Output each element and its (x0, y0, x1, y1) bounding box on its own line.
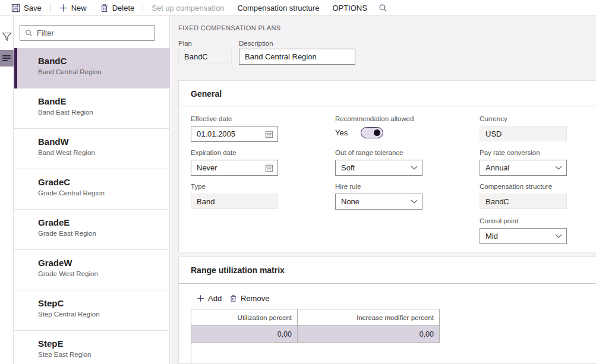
column-header-label: Increase modifier percent (357, 314, 434, 321)
save-label: Save (24, 4, 42, 12)
effective-date-value: 01.01.2005 (197, 129, 235, 138)
search-button[interactable] (374, 0, 392, 15)
plan-description: Grade Central Region (38, 189, 170, 197)
command-bar: Save New Delete Set up compensatio (0, 0, 596, 16)
hire-rule-value: None (341, 197, 360, 206)
compensation-structure-button[interactable]: Compensation structure (231, 0, 326, 15)
plus-icon (59, 4, 68, 12)
filter-search-icon (25, 29, 33, 37)
filter-input[interactable] (37, 29, 144, 37)
plan-id: GradeC (38, 177, 170, 187)
toggle-state-label: Yes (335, 128, 348, 137)
list-item-bande[interactable]: BandE Band East Region (14, 88, 170, 129)
out-of-range-tolerance-label: Out of range tolerance (335, 149, 403, 156)
list-item-gradec[interactable]: GradeC Grade Central Region (14, 169, 170, 210)
plan-id: GradeW (38, 258, 170, 268)
new-button[interactable]: New (52, 0, 93, 15)
description-input[interactable] (245, 52, 349, 61)
trash-icon (229, 295, 237, 302)
out-of-range-tolerance-select[interactable]: Soft (335, 160, 422, 176)
side-action-strip (0, 16, 14, 364)
plan-description: Band Central Region (38, 68, 170, 75)
chevron-down-icon (555, 166, 562, 170)
list-item-bandc[interactable]: BandC Band Central Region (14, 48, 170, 88)
effective-date-field[interactable]: 01.01.2005 (191, 126, 278, 142)
chevron-down-icon (411, 200, 418, 204)
tolerance-value: Soft (341, 163, 355, 172)
plan-id: StepE (38, 338, 170, 349)
control-point-select[interactable]: Mid (480, 228, 567, 244)
pay-rate-conversion-select[interactable]: Annual (480, 160, 567, 176)
section-divider (179, 283, 596, 284)
currency-field: USD (480, 126, 567, 141)
save-icon (11, 4, 20, 12)
cell-value: 0,00 (277, 330, 292, 338)
recommendation-toggle-group: Yes (335, 127, 383, 138)
setup-compensation-button[interactable]: Set up compensation (145, 0, 231, 15)
grid-selected-row[interactable]: 0,00 0,00 (191, 326, 440, 343)
column-header-increase-modifier-percent[interactable]: Increase modifier percent (298, 309, 440, 326)
list-icon (2, 58, 11, 59)
expiration-date-field[interactable]: Never (191, 160, 278, 176)
list-item-gradee[interactable]: GradeE Grade East Region (14, 210, 170, 250)
page-title: FIXED COMPENSATION PLANS (178, 24, 281, 31)
plan-description: Band West Region (38, 149, 170, 156)
remove-label: Remove (241, 294, 269, 303)
list-item-gradew[interactable]: GradeW Grade West Region (14, 250, 170, 290)
list-item-stepc[interactable]: StepC Step Central Region (14, 290, 170, 331)
description-field[interactable] (239, 49, 355, 65)
list-icon (2, 60, 8, 61)
plan-list-view-button[interactable] (0, 50, 14, 67)
compensation-structure-field: BandC (480, 194, 567, 209)
range-utilization-matrix-section: Range utilization matrix Add Remove (178, 257, 596, 364)
plan-description: Grade West Region (38, 270, 170, 277)
list-icon (2, 55, 11, 56)
recommendation-toggle[interactable] (361, 127, 383, 138)
control-point-label: Control point (480, 217, 518, 224)
calendar-icon[interactable] (265, 164, 273, 172)
calendar-icon[interactable] (265, 130, 273, 138)
plan-field-value: BandC (184, 52, 208, 61)
plan-description: Grade East Region (38, 230, 170, 237)
add-label: Add (208, 294, 222, 303)
filter-funnel-icon[interactable] (2, 32, 12, 42)
plus-icon (197, 295, 204, 302)
grid-edge-line (191, 342, 191, 364)
cell-value: 0,00 (420, 330, 434, 338)
list-item-bandw[interactable]: BandW Band West Region (14, 129, 170, 169)
hire-rule-select[interactable]: None (335, 194, 422, 210)
plans-list-panel: BandC Band Central Region BandE Band Eas… (14, 16, 170, 364)
plan-id: BandC (38, 56, 170, 66)
type-label: Type (191, 183, 206, 190)
options-menu-button[interactable]: OPTIONS (326, 0, 374, 15)
general-section-title: General (191, 89, 222, 99)
plan-id: BandE (38, 96, 170, 106)
type-field: Band (191, 194, 278, 209)
utilization-percent-cell[interactable]: 0,00 (191, 326, 298, 343)
delete-label: Delete (112, 4, 135, 12)
column-header-utilization-percent[interactable]: Utilization percent (191, 309, 298, 326)
plan-field-label: Plan (178, 40, 192, 47)
effective-date-label: Effective date (191, 115, 232, 122)
increase-modifier-percent-cell[interactable]: 0,00 (298, 326, 440, 343)
general-section: General Effective date 01.01.2005 Expira… (178, 80, 596, 252)
plan-description: Step East Region (38, 351, 170, 358)
compensation-structure-label: Compensation structure (237, 4, 319, 12)
save-button[interactable]: Save (5, 0, 48, 15)
list-item-stepe[interactable]: StepE Step East Region (14, 331, 170, 364)
detail-pane: FIXED COMPENSATION PLANS Plan BandC Desc… (171, 16, 596, 364)
type-value: Band (197, 197, 215, 206)
recommendation-allowed-label: Recommendation allowed (335, 115, 414, 122)
compensation-structure-value: BandC (485, 197, 509, 206)
plan-description: Band East Region (38, 109, 170, 116)
description-field-label: Description (239, 40, 273, 47)
section-divider (179, 106, 596, 106)
add-row-button[interactable]: Add (197, 290, 222, 306)
delete-button[interactable]: Delete (93, 0, 141, 15)
chevron-down-icon (555, 234, 562, 238)
filter-box[interactable] (20, 25, 155, 41)
plan-id: GradeE (38, 217, 170, 227)
currency-label: Currency (480, 115, 507, 122)
remove-row-button[interactable]: Remove (229, 290, 269, 306)
control-point-value: Mid (485, 232, 498, 240)
